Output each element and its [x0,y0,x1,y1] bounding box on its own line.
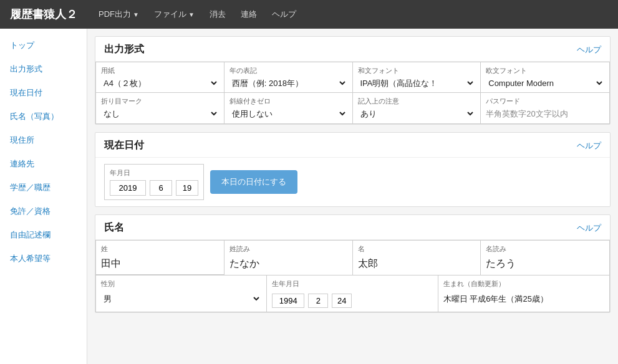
slashed-zero-cell: 斜線付きゼロ 使用しない 使用する [225,93,353,123]
sidebar-item-preference[interactable]: 本人希望等 [0,247,87,271]
output-grid-row1: 用紙 A4（２枚） A4（１枚） B5 年の表記 西暦（例: 2018年） 和暦 [95,62,610,93]
nav-clear[interactable]: 消去 [203,5,232,24]
given-name-cell: 名 太郎 [353,241,481,275]
name-section-title: 氏名 [104,221,124,234]
nav-help[interactable]: ヘルプ [266,5,302,24]
name-grid-row2: 性別 男 女 生年月日 生まれ（自動更新） 木曜日 平 [95,275,610,312]
notes-cell: 記入上の注意 あり なし [353,93,481,123]
en-font-cell: 欧文フォント Computer Modern Times New Roman [481,62,609,92]
paper-label: 用紙 [101,66,219,75]
jp-font-cell: 和文フォント IPA明朝（高品位な！ [353,62,481,92]
slashed-zero-label: 斜線付きゼロ [229,97,347,106]
password-label: パスワード [486,97,604,106]
paper-cell: 用紙 A4（２枚） A4（１枚） B5 [96,62,225,92]
fold-mark-cell: 折り目マーク なし あり [96,93,225,123]
birth-month-input[interactable] [308,294,328,308]
given-name-value: 太郎 [358,256,476,271]
sidebar-item-top[interactable]: トップ [0,34,87,57]
sidebar-item-contact[interactable]: 連絡先 [0,152,87,176]
slashed-zero-select[interactable]: 使用しない 使用する [229,108,347,119]
surname-cell: 姓 田中 [96,241,225,275]
date-section-title: 現在日付 [104,139,144,152]
year-format-cell: 年の表記 西暦（例: 2018年） 和暦 [225,62,353,92]
day-input[interactable] [176,180,198,196]
jp-font-select[interactable]: IPA明朝（高品位な！ [358,78,476,89]
date-section-header: 現在日付 ヘルプ [95,133,610,158]
output-section: 出力形式 ヘルプ 用紙 A4（２枚） A4（１枚） B5 年の表記 [95,36,611,125]
sidebar-item-education[interactable]: 学歴／職歴 [0,176,87,199]
date-section: 現在日付 ヘルプ 年月日 本日の日付にする [95,132,611,207]
sidebar-item-freetext[interactable]: 自由記述欄 [0,223,87,247]
given-name-reading-label: 名読み [486,244,604,254]
layout: トップ 出力形式 現在日付 氏名（写真） 現住所 連絡先 学歴／職歴 免許／資格… [0,29,618,364]
date-inputs [110,180,198,196]
birth-year-input[interactable] [272,294,304,308]
birthdate-inputs [272,291,432,308]
en-font-label: 欧文フォント [486,66,604,75]
given-name-reading-cell: 名読み たろう [481,241,609,275]
surname-reading-value: たなか [229,256,347,271]
name-grid-row1: 姓 田中 姓読み たなか 名 太郎 名読み たろう [95,240,610,275]
birth-info-label: 生まれ（自動更新） [443,279,604,289]
notes-label: 記入上の注意 [358,97,476,106]
nav-pdf[interactable]: PDF出力 ▼ [92,5,145,24]
surname-value: 田中 [101,256,219,271]
nav-file[interactable]: ファイル ▼ [148,5,201,24]
sidebar-item-date[interactable]: 現在日付 [0,81,87,105]
nav-contact[interactable]: 連絡 [234,5,263,24]
birth-day-input[interactable] [332,294,352,308]
surname-reading-cell: 姓読み たなか [225,241,353,275]
header: 履歴書猿人２ PDF出力 ▼ ファイル ▼ 消去 連絡 ヘルプ [0,0,618,29]
month-input[interactable] [150,180,172,196]
en-font-select[interactable]: Computer Modern Times New Roman [486,78,604,89]
notes-select[interactable]: あり なし [358,108,476,119]
output-help-link[interactable]: ヘルプ [577,44,601,55]
given-name-reading-value: たろう [486,256,604,271]
birthdate-label: 生年月日 [272,279,432,289]
password-placeholder: 半角英数字20文字以内 [486,109,567,118]
date-help-link[interactable]: ヘルプ [577,140,601,151]
sidebar: トップ 出力形式 現在日付 氏名（写真） 現住所 連絡先 学歴／職歴 免許／資格… [0,29,87,364]
date-field-group: 年月日 [104,164,204,200]
surname-reading-label: 姓読み [229,244,347,254]
birth-info-cell: 生まれ（自動更新） 木曜日 平成6年生（満25歳） [438,275,609,312]
fold-mark-label: 折り目マーク [101,97,219,106]
sidebar-item-license[interactable]: 免許／資格 [0,199,87,223]
surname-label: 姓 [101,244,219,254]
gender-label: 性別 [101,279,261,289]
paper-select[interactable]: A4（２枚） A4（１枚） B5 [101,78,219,89]
header-nav: PDF出力 ▼ ファイル ▼ 消去 連絡 ヘルプ [92,5,302,24]
today-button[interactable]: 本日の日付にする [210,170,297,194]
sidebar-item-address[interactable]: 現住所 [0,128,87,152]
main-content: 出力形式 ヘルプ 用紙 A4（２枚） A4（１枚） B5 年の表記 [87,29,618,364]
year-format-select[interactable]: 西暦（例: 2018年） 和暦 [229,78,347,89]
year-format-label: 年の表記 [229,66,347,75]
date-row: 年月日 本日の日付にする [95,158,610,206]
name-section-header: 氏名 ヘルプ [95,215,610,240]
password-cell: パスワード 半角英数字20文字以内 [481,93,609,123]
date-field-label: 年月日 [110,168,198,178]
gender-cell: 性別 男 女 [96,275,267,312]
fold-mark-select[interactable]: なし あり [101,108,219,119]
output-grid-row2: 折り目マーク なし あり 斜線付きゼロ 使用しない 使用する [95,93,610,124]
app-title: 履歴書猿人２ [10,7,77,22]
birth-info-value: 木曜日 平成6年生（満25歳） [443,291,604,305]
jp-font-label: 和文フォント [358,66,476,75]
output-section-header: 出力形式 ヘルプ [95,37,610,62]
name-help-link[interactable]: ヘルプ [577,223,601,234]
sidebar-item-output[interactable]: 出力形式 [0,57,87,81]
chevron-down-icon: ▼ [133,11,139,18]
output-section-title: 出力形式 [104,43,144,56]
gender-select[interactable]: 男 女 [101,294,261,304]
year-input[interactable] [110,180,146,196]
chevron-down-icon: ▼ [188,11,195,18]
sidebar-item-name[interactable]: 氏名（写真） [0,105,87,128]
birthdate-cell: 生年月日 [267,275,438,312]
name-section: 氏名 ヘルプ 姓 田中 姓読み たなか 名 太郎 名読み [95,214,611,313]
given-name-label: 名 [358,244,476,254]
